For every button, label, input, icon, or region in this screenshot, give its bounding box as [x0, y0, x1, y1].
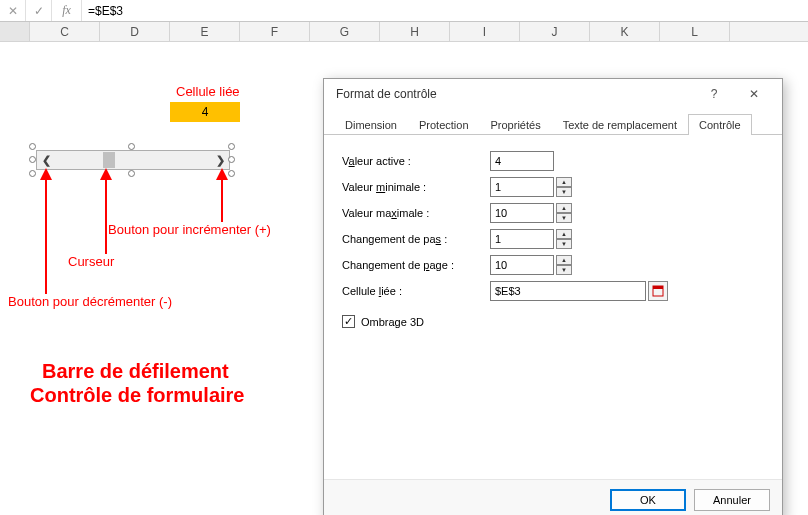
selection-handle[interactable] — [29, 170, 36, 177]
spinner-changement-pas[interactable]: ▲▼ — [556, 229, 572, 249]
scrollbar-left-button[interactable]: ❮ — [37, 151, 55, 169]
selection-handle[interactable] — [228, 143, 235, 150]
col-header[interactable]: C — [30, 22, 100, 41]
range-picker-icon — [652, 285, 664, 297]
selection-handle[interactable] — [128, 170, 135, 177]
col-header[interactable]: H — [380, 22, 450, 41]
dialog-title: Format de contrôle — [336, 87, 437, 101]
scrollbar-track[interactable] — [55, 151, 211, 169]
row-valeur-active: Valeur active : — [342, 149, 764, 173]
input-valeur-active[interactable] — [490, 151, 554, 171]
tab-dimension[interactable]: Dimension — [334, 114, 408, 135]
col-header[interactable]: E — [170, 22, 240, 41]
dialog-tabs: Dimension Protection Propriétés Texte de… — [324, 109, 782, 135]
input-valeur-max[interactable] — [490, 203, 554, 223]
column-headers: C D E F G H I J K L — [0, 22, 808, 42]
annotation-bouton-inc: Bouton pour incrémenter (+) — [108, 222, 271, 237]
selection-handle[interactable] — [29, 156, 36, 163]
formula-input[interactable]: =$E$3 — [82, 4, 808, 18]
ok-button[interactable]: OK — [610, 489, 686, 511]
row-cellule-liee: Cellule liée : — [342, 279, 764, 303]
cancel-button[interactable]: Annuler — [694, 489, 770, 511]
scrollbar-right-button[interactable]: ❯ — [211, 151, 229, 169]
input-changement-page[interactable] — [490, 255, 554, 275]
selection-handle[interactable] — [29, 143, 36, 150]
formula-cancel-icon[interactable]: ✕ — [0, 0, 26, 21]
spinner-valeur-min[interactable]: ▲▼ — [556, 177, 572, 197]
selection-handle[interactable] — [128, 143, 135, 150]
arrow-bouton-inc — [216, 170, 228, 222]
annotation-title-1: Barre de défilement — [42, 360, 229, 383]
col-header[interactable]: K — [590, 22, 660, 41]
label-changement-page: Changement de page : — [342, 259, 490, 271]
annotation-bouton-dec: Bouton pour décrémenter (-) — [8, 294, 172, 309]
label-ombrage-3d: Ombrage 3D — [361, 316, 424, 328]
label-changement-pas: Changement de pas : — [342, 233, 490, 245]
range-picker-button[interactable] — [648, 281, 668, 301]
col-header[interactable]: D — [100, 22, 170, 41]
tab-controle[interactable]: Contrôle — [688, 114, 752, 135]
arrow-curseur — [100, 170, 112, 254]
worksheet[interactable]: 4 Cellule liée Bouton pour incrémenter (… — [0, 42, 808, 515]
col-header[interactable]: I — [450, 22, 520, 41]
tab-texte-remplacement[interactable]: Texte de remplacement — [552, 114, 688, 135]
dialog-body: Valeur active : Valeur minimale : ▲▼ Val… — [324, 135, 782, 479]
scrollbar-thumb[interactable] — [103, 152, 115, 168]
selection-handle[interactable] — [228, 170, 235, 177]
spinner-changement-page[interactable]: ▲▼ — [556, 255, 572, 275]
annotation-title-2: Contrôle de formulaire — [30, 384, 244, 407]
select-all-corner[interactable] — [0, 22, 30, 41]
close-button[interactable]: ✕ — [734, 79, 774, 109]
label-valeur-max: Valeur maximale : — [342, 207, 490, 219]
label-cellule-liee: Cellule liée : — [342, 285, 490, 297]
row-ombrage-3d: ✓ Ombrage 3D — [342, 315, 764, 328]
input-changement-pas[interactable] — [490, 229, 554, 249]
tab-proprietes[interactable]: Propriétés — [480, 114, 552, 135]
help-button[interactable]: ? — [694, 79, 734, 109]
col-header[interactable]: L — [660, 22, 730, 41]
svg-rect-4 — [653, 286, 663, 289]
linked-cell[interactable]: 4 — [170, 102, 240, 122]
fx-icon[interactable]: fx — [52, 0, 82, 21]
row-valeur-min: Valeur minimale : ▲▼ — [342, 175, 764, 199]
selection-handle[interactable] — [228, 156, 235, 163]
scrollbar-control[interactable]: ❮ ❯ — [36, 150, 230, 170]
formula-confirm-icon[interactable]: ✓ — [26, 0, 52, 21]
col-header[interactable]: J — [520, 22, 590, 41]
tab-protection[interactable]: Protection — [408, 114, 480, 135]
checkbox-ombrage-3d[interactable]: ✓ — [342, 315, 355, 328]
row-valeur-max: Valeur maximale : ▲▼ — [342, 201, 764, 225]
format-control-dialog: Format de contrôle ? ✕ Dimension Protect… — [323, 78, 783, 515]
col-header[interactable]: G — [310, 22, 380, 41]
input-cellule-liee[interactable] — [490, 281, 646, 301]
spinner-valeur-max[interactable]: ▲▼ — [556, 203, 572, 223]
formula-bar: ✕ ✓ fx =$E$3 — [0, 0, 808, 22]
row-changement-page: Changement de page : ▲▼ — [342, 253, 764, 277]
row-changement-pas: Changement de pas : ▲▼ — [342, 227, 764, 251]
input-valeur-min[interactable] — [490, 177, 554, 197]
dialog-titlebar[interactable]: Format de contrôle ? ✕ — [324, 79, 782, 109]
label-valeur-active: Valeur active : — [342, 155, 490, 167]
annotation-cellule-liee: Cellule liée — [176, 84, 240, 99]
dialog-footer: OK Annuler — [324, 479, 782, 515]
label-valeur-min: Valeur minimale : — [342, 181, 490, 193]
annotation-curseur: Curseur — [68, 254, 114, 269]
col-header[interactable]: F — [240, 22, 310, 41]
arrow-bouton-dec — [40, 170, 52, 294]
